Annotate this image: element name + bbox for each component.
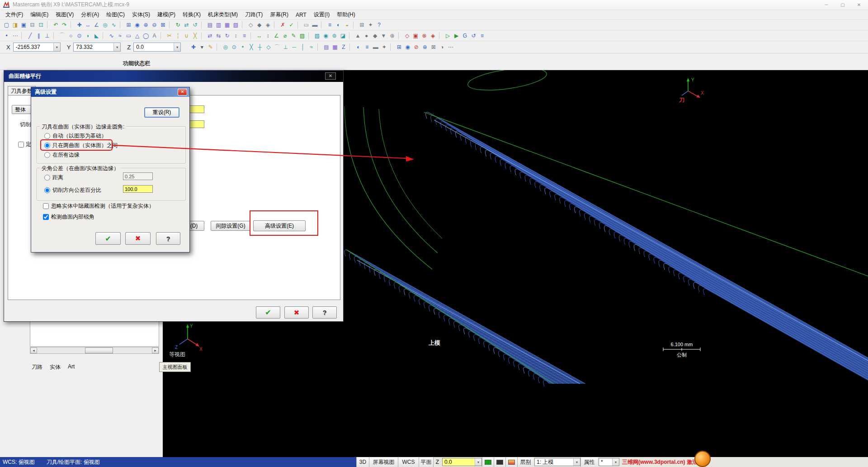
radio-auto[interactable] <box>44 133 50 139</box>
plane-button[interactable]: 平面 <box>419 457 433 467</box>
menu-model-prep[interactable]: 建模(P) <box>154 10 179 19</box>
post-icon[interactable]: G <box>461 32 469 40</box>
cancel-button[interactable]: ✖ <box>125 232 151 245</box>
attributes-select[interactable]: * <box>599 458 619 466</box>
gap-settings-button[interactable]: 间隙设置(G) <box>211 221 250 231</box>
join-icon[interactable]: ∪ <box>182 32 191 40</box>
midpoint-snap-icon[interactable]: ┼ <box>255 43 264 51</box>
zoom-in-icon[interactable]: ⊕ <box>142 21 150 29</box>
chevron-down-icon[interactable] <box>573 458 580 466</box>
operations-list[interactable] <box>30 319 159 347</box>
solid-extrude-icon[interactable]: ▲ <box>354 32 362 40</box>
chevron-down-icon[interactable] <box>53 43 60 51</box>
spline-icon[interactable]: ∿ <box>107 32 116 40</box>
menu-help[interactable]: 帮助(H) <box>333 10 359 19</box>
polygon-icon[interactable]: △ <box>133 32 142 40</box>
close-button-icon[interactable]: ✕ <box>851 0 867 10</box>
z-depth-input[interactable]: 0.0 <box>442 458 482 466</box>
ellipse-icon[interactable]: ◯ <box>142 32 150 40</box>
tab-toolpaths[interactable]: 刀路 <box>32 363 42 371</box>
wireframe-display-icon[interactable]: ◇ <box>246 21 255 29</box>
help-button[interactable]: ? <box>156 232 180 245</box>
line-perpendicular-icon[interactable]: ⊥ <box>43 32 52 40</box>
zoom-target-icon[interactable]: ◉ <box>133 21 142 29</box>
solid-loft-icon[interactable]: ▼ <box>379 32 388 40</box>
analyze-dynamic-icon[interactable]: ◎ <box>101 21 109 29</box>
hatch-icon[interactable]: ▨ <box>298 32 307 40</box>
reset-button[interactable]: 重设(R) <box>144 107 179 118</box>
menu-screen[interactable]: 屏幕(R) <box>266 10 292 19</box>
percent-value-field[interactable] <box>123 185 153 193</box>
ok-button[interactable]: ✔ <box>95 232 121 245</box>
menu-machine-type[interactable]: 机床类型(M) <box>204 10 241 19</box>
analyze-distance-icon[interactable]: ↔ <box>84 21 92 29</box>
radio-distance-option[interactable]: 距离 <box>44 174 63 181</box>
dialog-titlebar[interactable]: 曲面精修平行 ✕ <box>4 71 343 82</box>
divide-icon[interactable]: ╎ <box>174 32 182 40</box>
unblank-entity-icon[interactable]: ▬ <box>311 21 319 29</box>
ok-button[interactable]: ✔ <box>256 306 280 319</box>
quadrant-snap-icon[interactable]: ◇ <box>264 43 273 51</box>
menu-xform[interactable]: 转换(X) <box>179 10 204 19</box>
intersection-snap-icon[interactable]: ╳ <box>247 43 255 51</box>
xform-translate-icon[interactable]: ⇄ <box>206 32 214 40</box>
zoom-window-icon[interactable]: ⊞ <box>124 21 133 29</box>
result-icon[interactable]: ◉ <box>403 43 412 51</box>
autocursor-icon[interactable]: ✚ <box>189 43 198 51</box>
perpendicular-snap-icon[interactable]: ⊥ <box>281 43 290 51</box>
detect-sharp-corners-checkbox[interactable] <box>43 214 49 220</box>
toolpath-contour-icon[interactable]: ◇ <box>403 32 411 40</box>
define-checkbox[interactable] <box>18 142 24 148</box>
shaded-display-icon[interactable]: ◆ <box>255 21 264 29</box>
detect-sharp-corners-option[interactable]: 检测曲面内部锐角 <box>43 213 94 221</box>
z-coordinate-input[interactable]: 0.0 <box>133 43 181 52</box>
save-file-icon[interactable]: ▣ <box>19 21 28 29</box>
y-coordinate-input[interactable]: 73.332 <box>73 43 121 52</box>
minimize-button-icon[interactable]: ─ <box>818 0 835 10</box>
help-icon[interactable]: ? <box>375 21 383 29</box>
menu-settings[interactable]: 设置(I) <box>310 10 333 19</box>
dim-angular-icon[interactable]: ∠ <box>272 32 281 40</box>
tab-solids[interactable]: 实体 <box>50 363 61 371</box>
menu-analyze[interactable]: 分析(A) <box>77 10 103 19</box>
radio-between-surfaces[interactable] <box>44 143 50 148</box>
close-icon[interactable]: ✕ <box>325 72 336 80</box>
scroll-left-icon[interactable]: ◂ <box>30 348 37 353</box>
screen-view-button[interactable]: 屏幕视图 <box>369 457 398 467</box>
undo-icon[interactable]: ↶ <box>52 21 60 29</box>
surface-trim-icon[interactable]: ◪ <box>339 32 347 40</box>
ignore-hidden-faces-checkbox[interactable] <box>43 203 49 209</box>
curve-icon[interactable]: ≈ <box>116 32 124 40</box>
xform-rotate-icon[interactable]: ↻ <box>223 32 231 40</box>
cancel-button[interactable]: ✖ <box>284 306 309 319</box>
disable-icon[interactable]: ⊘ <box>412 43 420 51</box>
circle-center-icon[interactable]: ○ <box>66 32 75 40</box>
distance-value-field[interactable] <box>123 172 153 180</box>
config-icon[interactable]: ✦ <box>366 21 375 29</box>
menu-edit[interactable]: 编辑(E) <box>27 10 52 19</box>
redo-icon[interactable]: ↷ <box>60 21 69 29</box>
scroll-right-icon[interactable]: ▸ <box>152 348 159 353</box>
xform-mirror-icon[interactable]: ⇆ <box>214 32 223 40</box>
line-style-chip-button[interactable] <box>505 457 517 467</box>
blank-entity-icon[interactable]: ▭ <box>302 21 311 29</box>
maximize-button-icon[interactable]: ▢ <box>835 0 851 10</box>
radio-between-surfaces-option[interactable]: 只在两曲面（实体面）之间 <box>44 142 118 149</box>
horizontal-scrollbar[interactable]: ◂ ▸ <box>30 347 159 354</box>
repaint-icon[interactable]: ↻ <box>174 21 182 29</box>
rectangle-icon[interactable]: ▭ <box>124 32 133 40</box>
fillet-icon[interactable]: ◗ <box>84 32 92 40</box>
gview-isometric-icon[interactable]: ▧ <box>231 21 240 29</box>
verify-icon[interactable]: ▶ <box>452 32 461 40</box>
dim-horizontal-icon[interactable]: ↔ <box>255 32 264 40</box>
open-file-icon[interactable]: ◨ <box>11 21 19 29</box>
delete-entity-icon[interactable]: ✗ <box>278 21 287 29</box>
radio-auto-option[interactable]: 自动（以图形为基础） <box>44 132 107 140</box>
advanced-settings-button[interactable]: 高级设置(E) <box>253 220 306 231</box>
autocursor-dropdown-icon[interactable]: ▾ <box>198 43 206 51</box>
fastpoint-icon[interactable]: ✎ <box>206 43 215 51</box>
help-button[interactable]: ? <box>312 306 337 319</box>
wcs-button[interactable]: WCS <box>398 457 419 467</box>
tab-art[interactable]: Art <box>68 363 75 371</box>
dynamic-rotate-icon[interactable]: ↺ <box>191 21 199 29</box>
